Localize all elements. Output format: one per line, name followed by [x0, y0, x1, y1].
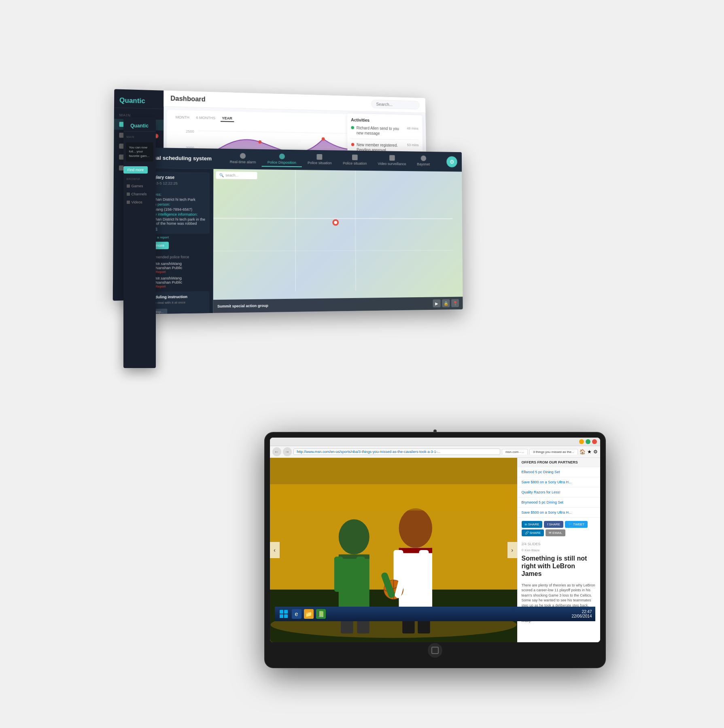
photo-credit: © Ken Blaze	[518, 548, 600, 552]
bookmark-icon[interactable]: ★	[587, 449, 592, 455]
sidebar-videos[interactable]: Videos	[123, 198, 156, 206]
officer-status-1: Report	[155, 270, 182, 274]
map-placeholder: 🔍 seach... Summit special action group ▶…	[213, 169, 463, 313]
alarm-label: Real-time alarm	[229, 160, 256, 164]
taskbar-ie-icon[interactable]: e	[292, 609, 301, 619]
minimize-btn[interactable]	[579, 439, 584, 444]
tablet-home-button[interactable]	[428, 643, 442, 658]
svg-rect-22	[356, 557, 365, 592]
officer-name-1: Mr.sanshiWang	[155, 262, 182, 266]
officer-org-2: Nanshan Public	[155, 280, 182, 285]
tweet-label: TWEET	[573, 523, 584, 526]
offers-header: OFFERS FROM OUR PARTNERS	[518, 458, 600, 467]
channels-icon	[127, 193, 130, 196]
map-ctrl-2[interactable]: 🔒	[442, 299, 450, 307]
facebook-share-btn[interactable]: f SHARE	[544, 521, 563, 528]
sidebar-main-label: Main	[123, 134, 156, 140]
browser-nav: ← → http://www.msn.com/en-us/sports/nba/…	[270, 446, 600, 458]
win-logo-cell-2	[284, 610, 288, 614]
disposition-label: Police Disposition	[267, 160, 296, 165]
police-nav-video[interactable]: Video surveillance	[372, 153, 411, 168]
svg-line-9	[213, 218, 452, 219]
offer-4[interactable]: Brynwood 5 pc Dining Set	[518, 497, 600, 508]
article-tab[interactable]: 3 things you missed as the...	[529, 449, 578, 455]
police-ui: Visual scheduling system Real-time alarm…	[139, 148, 463, 314]
situation2-icon	[352, 154, 357, 160]
police-nav-situation2[interactable]: Police situation	[337, 153, 372, 168]
share2-icon: 🔗	[525, 531, 529, 535]
taskbar-office-icon[interactable]: 📗	[316, 609, 326, 619]
svg-line-11	[355, 171, 355, 291]
sidebar-panel: Quantic Main You can now foll... your fa…	[123, 117, 156, 368]
find-more-button[interactable]: Find more	[123, 166, 148, 174]
home-icon[interactable]: 🏠	[580, 449, 586, 455]
maximize-btn[interactable]	[586, 439, 590, 444]
activity-text-0: Richard Allen send to you new message	[356, 125, 404, 136]
settings-icon-2[interactable]: ⚙	[593, 449, 598, 455]
situation2-label: Police situation	[343, 161, 367, 166]
settings-icon[interactable]: ⚙	[446, 156, 457, 167]
taskbar-time: 22:47 22/06/2014	[571, 609, 592, 618]
police-nav-situation1[interactable]: Police situation	[301, 152, 337, 167]
dash-search-input[interactable]	[371, 99, 420, 109]
map-overlay: Summit special action group ▶ 🔒 📍	[213, 297, 463, 313]
svg-point-18	[338, 519, 369, 554]
map-search[interactable]: 🔍 seach...	[216, 171, 257, 179]
police-body: Burglary case 2016-3-5 12:22:25 🖨 Addres…	[139, 168, 463, 314]
map-svg	[213, 169, 463, 313]
email-icon: ✉	[549, 531, 552, 535]
map-ctrl-1[interactable]: ▶	[433, 299, 440, 307]
officer-org-1: Nanshan Public	[155, 266, 182, 270]
games-icon	[127, 184, 130, 188]
email-share-btn[interactable]: ✉ EMAIL	[546, 529, 565, 536]
forward-btn[interactable]: →	[283, 447, 292, 456]
video-surv-icon	[389, 155, 395, 161]
activity-item-0: Richard Allen send to you new message 48…	[351, 125, 418, 140]
browser-icons: 🏠 ★ ⚙	[580, 449, 598, 455]
sidebar-games[interactable]: Games	[123, 182, 156, 190]
dash-title: Dashboard	[170, 95, 206, 103]
linkedin-share-btn[interactable]: in SHARE	[522, 521, 543, 528]
chart-tab-year[interactable]: YEAR	[220, 115, 234, 122]
videos-label: Videos	[132, 200, 142, 204]
back-btn[interactable]: ←	[272, 447, 281, 456]
summit-label: Summit special action group	[217, 304, 268, 309]
chart-tab-6months[interactable]: 6 MONTHS	[194, 115, 217, 122]
video-surv-label: Video surveillance	[378, 162, 406, 166]
activity-time-1: 53 mins	[407, 143, 418, 147]
police-nav-alarm[interactable]: Real-time alarm	[224, 151, 261, 167]
channels-label: Channels	[132, 192, 147, 196]
games-label: Games	[132, 184, 143, 188]
share2-btn[interactable]: 🔗 SHARE	[522, 529, 544, 536]
alarm-icon	[240, 153, 246, 159]
close-btn[interactable]	[592, 439, 597, 444]
tablet-home-bar	[270, 642, 600, 658]
search-icon: 🔍	[219, 173, 223, 177]
situation1-icon	[316, 154, 322, 160]
situation1-label: Police situation	[307, 161, 331, 165]
browser: ← → http://www.msn.com/en-us/sports/nba/…	[270, 438, 600, 642]
dash-header: Dashboard	[163, 91, 425, 113]
activities-title: Activities	[351, 117, 418, 123]
msn-tab[interactable]: msn.com - ...	[502, 449, 528, 455]
address-bar[interactable]: http://www.msn.com/en-us/sports/nba/3-th…	[293, 449, 500, 455]
offer-3[interactable]: Quality Razors for Less!	[518, 487, 600, 497]
offer-5[interactable]: Save $500 on a Sony Ultra H...	[518, 508, 600, 518]
police-header: Visual scheduling system Real-time alarm…	[140, 148, 462, 172]
offer-1[interactable]: Ellwood 5 pc Dining Set	[518, 467, 600, 477]
start-button[interactable]	[278, 608, 289, 620]
chart-tab-month[interactable]: MONTH	[174, 114, 191, 121]
win-logo-cell-4	[284, 614, 288, 618]
police-map: 🔍 seach... Summit special action group ▶…	[213, 169, 463, 313]
sidebar-channels[interactable]: Channels	[123, 190, 156, 198]
map-ctrl-3[interactable]: 📍	[451, 299, 459, 307]
linkedin-icon: in	[525, 523, 527, 526]
prev-arrow[interactable]: ‹	[270, 542, 280, 558]
taskbar-explorer-icon[interactable]: 📁	[304, 609, 314, 619]
twitter-share-btn[interactable]: 🐦 TWEET	[565, 521, 588, 528]
next-arrow[interactable]: ›	[507, 542, 517, 558]
police-nav-disposition[interactable]: Police Disposition	[261, 152, 301, 167]
slide-count: 2/4 SLIDES	[518, 540, 600, 548]
offer-2[interactable]: Save $800 on a Sony Ultra H...	[518, 477, 600, 487]
police-nav-bayonet[interactable]: Bayonet	[411, 154, 435, 169]
